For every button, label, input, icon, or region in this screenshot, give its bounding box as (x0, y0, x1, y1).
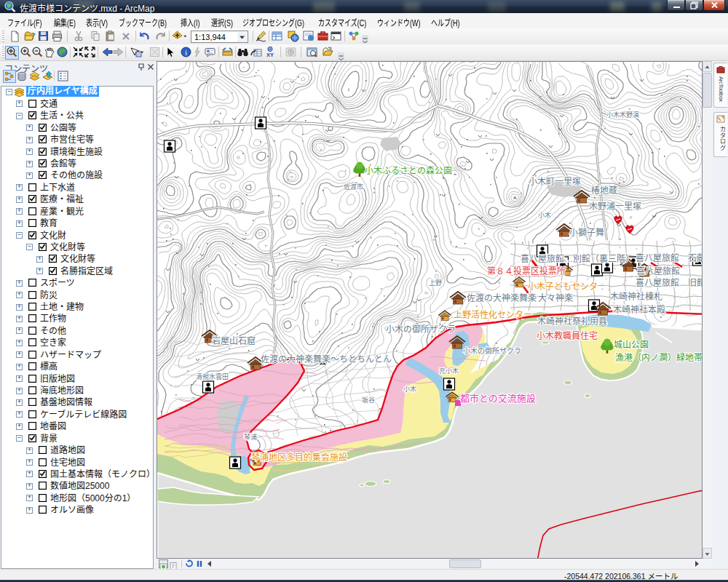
svg-text:城山公園: 城山公園 (614, 340, 649, 350)
svg-text:i: i (185, 48, 187, 57)
svg-text:喜八屋旅館 石蔵: 喜八屋旅館 石蔵 (636, 252, 703, 263)
svg-text:岩屋山石窟: 岩屋山石窟 (212, 335, 256, 346)
svg-text:小木子どもセンター: 小木子どもセンター (528, 282, 606, 292)
svg-text:大々神楽: 大々神楽 (538, 293, 573, 303)
svg-text:清規水雲田: 清規水雲田 (196, 372, 229, 380)
svg-text:小木: 小木 (403, 385, 416, 393)
svg-text:琴浦地区多目的集会施設: 琴浦地区多目的集会施設 (251, 452, 347, 463)
svg-text:XY: XY (266, 52, 274, 58)
svg-text:小木の御所ザクラ: 小木の御所ザクラ (386, 324, 456, 335)
svg-text:上野活性化センター: 上野活性化センター (454, 310, 532, 320)
svg-text:琴浦: 琴浦 (244, 433, 257, 441)
svg-text:第８４投票区投票所: 第８４投票区投票所 (487, 266, 566, 276)
svg-text:都市との交流施設: 都市との交流施設 (460, 393, 536, 404)
svg-text:喜八屋旅館: 喜八屋旅館 (636, 266, 680, 276)
svg-text:小木町一里塚: 小木町一里塚 (529, 177, 581, 187)
svg-text:木崎神社本殿: 木崎神社本殿 (613, 304, 665, 315)
svg-text:上野: 上野 (429, 279, 442, 287)
svg-text:木崎神社祭礼用具: 木崎神社祭礼用具 (537, 316, 607, 327)
svg-text:小木木野演: 小木木野演 (606, 111, 639, 119)
svg-text:喜八屋旅館…別館（裏三階）: 喜八屋旅館…別館（裏三階） (521, 253, 634, 264)
svg-text:小木: 小木 (538, 211, 551, 219)
svg-text:小木の御所ザクラ: 小木の御所ザクラ (463, 346, 521, 355)
svg-text:坂谷: 坂谷 (362, 396, 375, 404)
svg-text:椿地蔵: 椿地蔵 (591, 186, 617, 196)
svg-text:小木ふるさとの森公園: 小木ふるさとの森公園 (365, 165, 452, 176)
svg-text:木崎神社棟札: 木崎神社棟札 (610, 291, 662, 302)
svg-text:小木教職員住宅: 小木教職員住宅 (537, 330, 598, 341)
svg-text:漁港（内ノ澗）緑地帯: 漁港（内ノ澗）緑地帯 (615, 352, 703, 363)
svg-text:喜八屋旅館 旧館: 喜八屋旅館 旧館 (636, 277, 703, 288)
svg-text:木野浦一里塚: 木野浦一里塚 (589, 202, 641, 212)
svg-text:元小木: 元小木 (439, 367, 459, 375)
svg-text:佐渡の大神楽舞楽～ちとちんとん: 佐渡の大神楽舞楽～ちとちんとん (261, 354, 392, 364)
svg-text:小獅子舞: 小獅子舞 (569, 228, 604, 238)
svg-text:佐渡の大神楽舞楽: 佐渡の大神楽舞楽 (467, 292, 537, 303)
svg-text:佐渡市: 佐渡市 (344, 183, 363, 191)
